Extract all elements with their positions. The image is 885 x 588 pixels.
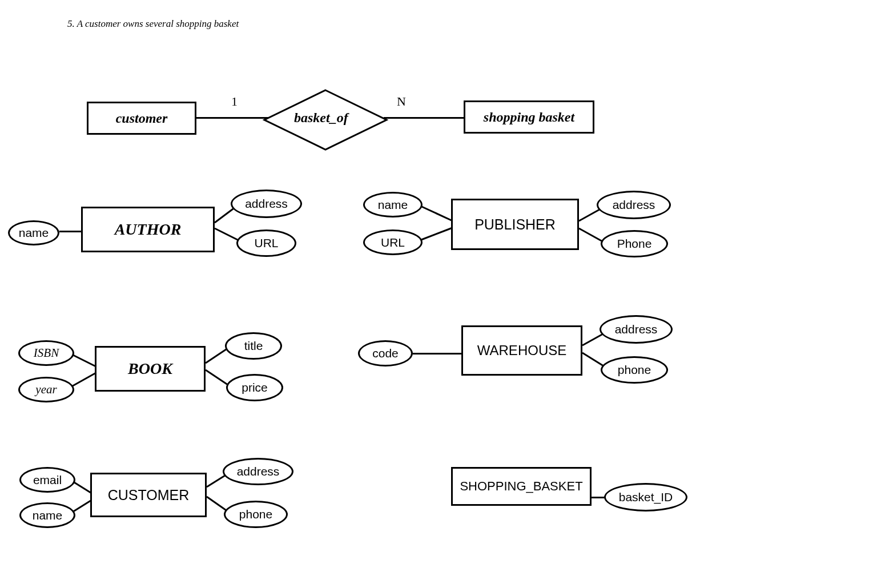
attr-publisher-phone: Phone	[601, 230, 668, 257]
attr-book-price: price	[226, 374, 283, 401]
attr-author-name: name	[8, 220, 59, 245]
attr-warehouse-phone: phone	[601, 356, 668, 384]
attr-warehouse-address: address	[600, 315, 673, 344]
attr-book-year: year	[18, 377, 74, 402]
attr-publisher-name: name	[363, 192, 423, 218]
connector-line	[59, 231, 82, 232]
attr-customer-address: address	[223, 458, 293, 485]
entity-customer: CUSTOMER	[90, 473, 207, 517]
attr-book-title: title	[225, 332, 282, 360]
attr-author-url: URL	[236, 229, 296, 257]
connector-line	[413, 353, 461, 355]
attr-customer-phone: phone	[224, 501, 288, 528]
connector-line	[384, 117, 466, 119]
entity-book: BOOK	[95, 346, 206, 392]
diagram-caption: 5. A customer owns several shopping bask…	[67, 18, 239, 30]
attr-publisher-address: address	[597, 191, 671, 219]
cardinality-n: N	[397, 94, 406, 109]
entity-shopping-basket: SHOPPING_BASKET	[451, 467, 592, 506]
relationship-label: basket_of	[294, 110, 348, 126]
attr-customer-email: email	[19, 467, 75, 493]
attr-publisher-url: URL	[363, 229, 423, 255]
attr-customer-name: name	[19, 502, 75, 528]
entity-publisher: PUBLISHER	[451, 199, 579, 250]
attr-shopping-basket-id: basket_ID	[604, 483, 687, 512]
cardinality-one: 1	[231, 94, 238, 109]
entity-shopping-basket-top: shopping basket	[464, 100, 594, 134]
svg-line-3	[417, 204, 454, 221]
attr-author-address: address	[231, 190, 302, 218]
attr-warehouse-code: code	[358, 340, 413, 367]
connector-line	[417, 204, 454, 224]
entity-author: AUTHOR	[81, 207, 215, 252]
attr-book-isbn: ISBN	[18, 340, 74, 366]
entity-customer-top: customer	[87, 102, 196, 135]
entity-warehouse: WAREHOUSE	[461, 325, 582, 376]
svg-line-4	[417, 227, 454, 241]
